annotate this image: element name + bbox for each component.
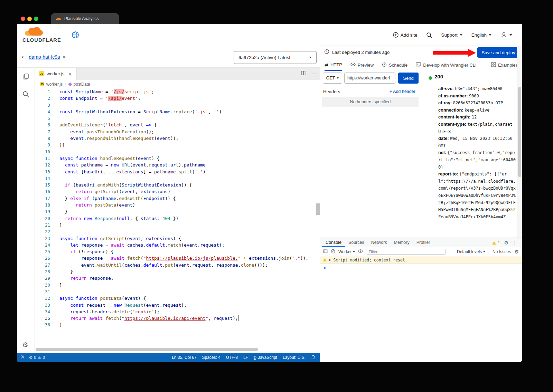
more-actions-icon[interactable]: ⋯ [311, 71, 316, 77]
code-line[interactable]: 25 if (!response) { [35, 248, 320, 255]
browser-tab[interactable]: Plausible Analytics [51, 13, 119, 24]
code-line[interactable]: 12 const pathname = new URL(event.reques… [35, 162, 320, 168]
minimize-window-button[interactable] [27, 17, 32, 21]
code-line[interactable]: 13 const [baseUri, ...extensions] = path… [35, 169, 320, 175]
save-and-deploy-button[interactable]: Save and deploy [477, 47, 520, 58]
tab-examples[interactable]: Examples [491, 59, 518, 71]
keyboard-layout[interactable]: Layout: U.S. [283, 355, 306, 360]
execution-context-select[interactable]: Worker [338, 249, 355, 254]
language-menu[interactable]: English [471, 32, 491, 38]
console-sidebar-icon[interactable] [323, 249, 328, 255]
back-arrow-icon[interactable]: ← [22, 54, 26, 60]
send-request-button[interactable]: Send [398, 73, 419, 84]
devtools-tab-profiler[interactable]: Profiler [413, 238, 434, 247]
console-prompt[interactable]: > [320, 264, 522, 271]
code-line[interactable]: 22 [35, 228, 320, 235]
code-line[interactable]: 33 const request = new Request(event.req… [35, 302, 320, 308]
code-line[interactable]: 24 let response = await caches.default.m… [35, 242, 320, 248]
log-levels-select[interactable]: Default levels [457, 249, 485, 254]
close-tab-icon[interactable]: × [68, 71, 72, 77]
code-line[interactable]: 30} [35, 282, 320, 288]
expand-arrow-icon[interactable]: ▶ [329, 258, 331, 261]
code-line[interactable]: 11async function handleRequest(event) { [35, 155, 320, 162]
console-settings-icon[interactable]: ⚙ [514, 249, 519, 255]
code-line[interactable]: 34 request.headers.delete('cookie'); [35, 308, 320, 315]
notifications-bell-icon[interactable] [311, 355, 316, 361]
code-line[interactable]: 31 [35, 288, 320, 295]
live-expression-eye-icon[interactable] [358, 249, 363, 255]
warnings-badge[interactable]: 1 [492, 241, 500, 245]
indentation[interactable]: Spaces: 4 [202, 355, 221, 360]
close-window-button[interactable] [21, 17, 25, 21]
scrollbar-thumb[interactable] [518, 87, 521, 177]
code-line[interactable]: 6addEventListener('fetch', event => { [35, 122, 320, 128]
explorer-files-icon[interactable] [22, 73, 30, 82]
devtools-tab-memory[interactable]: Memory [391, 238, 413, 247]
code-line[interactable]: 29 return response; [35, 275, 320, 281]
editor-breadcrumbs[interactable]: JS worker.js › postData [35, 80, 320, 88]
code-line[interactable]: 17 } else if (pathname.endsWith(Endpoint… [35, 195, 320, 202]
code-line[interactable]: 27 event.waitUntil(caches.default.put(ev… [35, 262, 320, 268]
tab-preview[interactable]: Preview [350, 59, 374, 71]
split-editor-icon[interactable] [301, 70, 306, 77]
code-line[interactable]: 7 event.passThroughOnException(); [35, 128, 320, 135]
add-site-button[interactable]: Add site [393, 32, 418, 38]
request-url-field[interactable] [344, 73, 395, 84]
console-warning-message[interactable]: ▶ Script modified; context reset. [320, 256, 522, 264]
breadcrumb-file[interactable]: worker.js [46, 82, 63, 87]
language-mode[interactable]: {} JavaScript [254, 355, 277, 360]
zoom-window-button[interactable] [34, 17, 38, 21]
code-line[interactable]: 14 [35, 175, 320, 182]
add-header-link[interactable]: + Add header [390, 89, 415, 94]
editor-tab-workerjs[interactable]: JS worker.js × [35, 68, 77, 80]
issues-indicator[interactable]: No Issues [493, 249, 511, 254]
globe-icon[interactable] [72, 31, 79, 40]
code-line[interactable]: 3 [35, 102, 320, 108]
settings-gear-icon[interactable]: ⚙ [22, 341, 28, 349]
code-line[interactable]: 4const ScriptWithoutExtension = ScriptNa… [35, 108, 320, 115]
devtools-tab-network[interactable]: Network [368, 238, 391, 247]
search-panel-icon[interactable] [22, 90, 29, 99]
devtools-tab-console[interactable]: Console [322, 238, 345, 247]
code-line[interactable]: 19 } [35, 208, 320, 215]
code-line[interactable]: 35 return await fetch("https://plausible… [35, 315, 320, 322]
encoding[interactable]: UTF-8 [226, 355, 238, 360]
code-line[interactable]: 16 return getScript(event, extensions) [35, 188, 320, 195]
version-select[interactable]: 6a972b2a (Active) Latest [234, 51, 317, 64]
search-button[interactable] [426, 32, 432, 38]
code-line[interactable]: 26 response = await fetch("https://plaus… [35, 255, 320, 261]
code-line[interactable]: 2const Endpoint = '/api/event'; [35, 95, 320, 102]
horizontal-scrollbar[interactable] [36, 348, 258, 351]
problems-indicator[interactable]: ⊘ 0 ⚠ 0 [29, 355, 45, 360]
code-line[interactable]: 1const ScriptName = '/js/script.js'; [35, 88, 320, 95]
devtools-tab-sources[interactable]: Sources [345, 238, 368, 247]
code-line[interactable]: 28 } [35, 268, 320, 275]
request-url-input[interactable] [345, 73, 395, 83]
code-line[interactable]: 15 if (baseUri.endsWith(ScriptWithoutExt… [35, 182, 320, 188]
console-filter-field[interactable] [366, 249, 446, 255]
vertical-scrollbar[interactable] [316, 203, 320, 215]
devtools-menu-icon[interactable]: ⋮ [513, 240, 517, 245]
support-menu[interactable]: Support [441, 32, 462, 38]
tab-wrangler[interactable]: Develop with Wrangler CLI [416, 59, 476, 71]
code-line[interactable]: 9}) [35, 142, 320, 148]
remote-tools-icon[interactable] [20, 355, 25, 360]
code-line[interactable]: 23async function getScript(event, extens… [35, 235, 320, 242]
worker-name-link[interactable]: damp-hat-fc9a [29, 54, 60, 60]
code-line[interactable]: 18 return postData(event) [35, 202, 320, 208]
http-method-select[interactable]: GET [323, 73, 342, 84]
clear-console-icon[interactable] [331, 249, 335, 255]
code-line[interactable]: 8 event.respondWith(handleRequest(event)… [35, 135, 320, 142]
tab-schedule[interactable]: Schedule [382, 59, 407, 71]
code-line[interactable]: 20 return new Response(null, { status: 4… [35, 215, 320, 222]
cloudflare-logo[interactable]: CLOUDFLARE [22, 26, 61, 43]
code-line[interactable]: 36} [35, 322, 320, 328]
code-lines[interactable]: 1const ScriptName = '/js/script.js';2con… [35, 88, 320, 328]
cursor-position[interactable]: Ln 35, Col 67 [172, 355, 196, 360]
breadcrumb-symbol[interactable]: postData [74, 82, 90, 87]
code-line[interactable]: 10 [35, 149, 320, 155]
panel-scrollbar[interactable] [517, 46, 522, 238]
console-filter-input[interactable] [366, 250, 445, 254]
code-line[interactable]: 5 [35, 115, 320, 122]
account-menu[interactable] [500, 31, 512, 38]
